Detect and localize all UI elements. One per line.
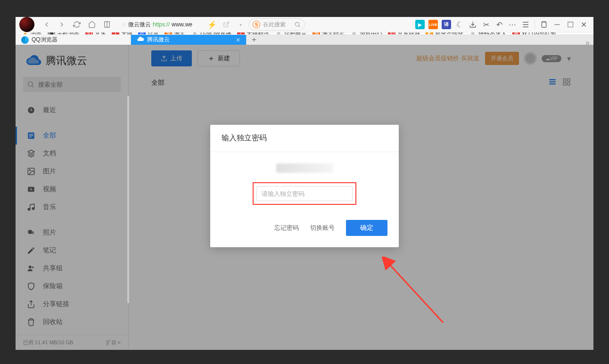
url-domain: www.we [172, 21, 192, 28]
close-button[interactable]: ✕ [577, 18, 590, 31]
modal-user-blurred [276, 163, 333, 173]
undo-icon[interactable]: ↶ [493, 18, 505, 31]
share-icon[interactable] [220, 18, 232, 31]
forgot-password-link[interactable]: 忘记密码 [274, 224, 299, 232]
password-modal: 输入独立密码 忘记密码 切换账号 确定 [210, 125, 399, 247]
qq-icon [21, 36, 29, 44]
svg-point-2 [295, 22, 299, 26]
tab-label: QQ浏览器 [32, 36, 58, 44]
modal-title: 输入独立密码 [210, 125, 399, 152]
content-area: 腾讯微云 最近全部文档图片视频音乐照片笔记共享组保险箱分享链接回收站 已用 11… [16, 45, 593, 350]
tab-label: 腾讯微云 [147, 36, 170, 44]
modal-footer: 忘记密码 切换账号 确定 [210, 212, 399, 247]
password-input[interactable] [256, 186, 353, 201]
search-placeholder: 在此搜索 [263, 21, 286, 29]
more-icon[interactable]: ⋯ [506, 18, 518, 31]
search-icon [294, 21, 301, 28]
reader-button[interactable] [100, 18, 114, 31]
video-icon[interactable]: ▶ [414, 18, 426, 31]
toolbar-right: ▶ LIVE 译 ☾ ✂ ↶ ⋯ ☰ ─ ☐ ✕ [414, 18, 590, 31]
tab-weiyun[interactable]: 腾讯微云 ✕ [131, 35, 247, 45]
url-bar[interactable]: ☆ 微云微云 https://www.we [117, 18, 202, 31]
browser-toolbar: ☆ 微云微云 https://www.we ⚡ ▾ S 在此搜索 ▶ LIVE … [16, 17, 593, 32]
tab-qq-browser[interactable]: QQ浏览器 [16, 35, 131, 45]
switch-account-link[interactable]: 切换账号 [310, 224, 335, 232]
browser-search-box[interactable]: S 在此搜索 [248, 18, 305, 31]
download-icon[interactable] [467, 18, 479, 31]
moon-icon[interactable]: ☾ [453, 18, 466, 31]
scissors-icon[interactable]: ✂ [480, 18, 492, 31]
browser-window: ☆ 微云微云 https://www.we ⚡ ▾ S 在此搜索 ▶ LIVE … [16, 17, 593, 350]
star-icon[interactable]: ☆ [121, 21, 126, 28]
svg-line-3 [299, 26, 300, 27]
refresh-button[interactable] [70, 18, 83, 31]
dropdown-icon[interactable]: ▾ [234, 18, 247, 31]
menu-icon[interactable]: ☰ [519, 18, 532, 31]
confirm-button[interactable]: 确定 [346, 220, 387, 236]
sogou-icon: S [253, 21, 260, 28]
tab-add-button[interactable]: ＋ [247, 35, 262, 45]
nav-forward-button[interactable] [55, 18, 68, 31]
sidebar-scrollbar[interactable] [127, 96, 129, 303]
modal-overlay: 输入独立密码 忘记密码 切换账号 确定 [16, 45, 593, 350]
tab-bar: QQ浏览器 腾讯微云 ✕ ＋ [16, 35, 593, 45]
svg-rect-4 [542, 22, 546, 27]
profile-avatar[interactable] [19, 17, 34, 32]
flash-icon[interactable]: ⚡ [206, 18, 218, 31]
home-button[interactable] [85, 18, 99, 31]
extension-icon[interactable] [538, 18, 550, 31]
url-scheme: https:// [153, 21, 170, 28]
modal-body [210, 152, 399, 212]
live-icon[interactable]: LIVE [427, 18, 439, 31]
url-label: 微云微云 [128, 21, 151, 29]
nav-back-button[interactable] [40, 18, 53, 31]
modal-input-highlight [253, 182, 356, 205]
tab-close-button[interactable]: ✕ [236, 37, 240, 43]
translate-icon[interactable]: 译 [440, 18, 453, 31]
minimize-button[interactable]: ─ [551, 18, 563, 31]
maximize-button[interactable]: ☐ [564, 18, 576, 31]
cloud-icon [137, 35, 144, 44]
